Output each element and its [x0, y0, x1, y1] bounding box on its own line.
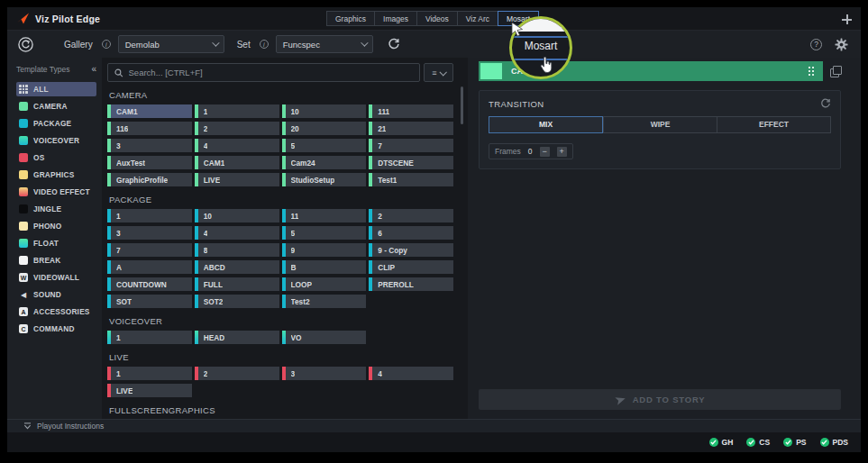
template-item[interactable]: LOOP [282, 277, 367, 291]
template-item[interactable]: PREROLL [369, 277, 453, 291]
sidebar-item-camera[interactable]: CAMERA [16, 99, 96, 113]
template-type-stripe [107, 277, 111, 291]
playout-instructions-bar[interactable]: Playout Instructions [7, 419, 861, 432]
set-select[interactable]: Funcspec [276, 35, 373, 53]
sidebar-item-voiceover[interactable]: VOICEOVER [16, 133, 96, 148]
refresh-icon[interactable] [388, 38, 400, 50]
template-item[interactable]: A [107, 260, 192, 274]
playout-instructions-label: Playout Instructions [37, 422, 104, 431]
template-item[interactable]: VO [282, 331, 367, 344]
sidebar-item-command[interactable]: CCOMMAND [16, 322, 96, 336]
template-item[interactable]: 7 [107, 243, 192, 257]
sidebar-item-sound[interactable]: ◀SOUND [16, 287, 96, 302]
template-item[interactable]: B [282, 260, 367, 274]
template-item[interactable]: 9 - Copy [369, 243, 453, 257]
template-type-stripe [282, 260, 286, 274]
template-item[interactable]: LIVE [195, 173, 279, 186]
template-grid-voiceover: 1HEADVO [107, 331, 453, 344]
sidebar-item-videowall[interactable]: WVIDEOWALL [16, 270, 96, 285]
template-item[interactable]: 4 [195, 139, 279, 152]
frames-decrement-button[interactable]: − [540, 147, 550, 157]
template-item[interactable]: 3 [107, 139, 192, 152]
sidebar-item-float[interactable]: FLOAT [16, 236, 96, 250]
template-item[interactable]: FULL [195, 277, 279, 291]
template-item[interactable]: 1 [195, 104, 279, 118]
template-item[interactable]: 5 [282, 226, 367, 240]
template-item[interactable]: 21 [369, 122, 453, 135]
template-item[interactable]: 20 [282, 122, 367, 135]
top-tab-images[interactable]: Images [374, 11, 416, 26]
sidebar-item-graphics[interactable]: GRAPHICS [16, 168, 96, 182]
template-item[interactable]: GraphicProfile [107, 173, 192, 186]
template-item[interactable]: 9 [282, 243, 367, 257]
transition-tab-wipe[interactable]: WIPE [603, 116, 717, 133]
template-item[interactable]: DTSCENE [369, 156, 453, 169]
template-item[interactable]: 2 [369, 209, 453, 222]
template-item[interactable]: Cam24 [282, 156, 367, 169]
template-item[interactable]: 10 [282, 104, 367, 118]
sidebar-item-break[interactable]: BREAK [16, 253, 96, 268]
sidebar-item-phono[interactable]: PHONO [16, 219, 96, 233]
sidebar-item-all[interactable]: ALL [16, 82, 96, 96]
add-to-story-button[interactable]: ADD TO STORY [479, 389, 841, 410]
template-item[interactable]: AuxTest [107, 156, 192, 169]
template-item[interactable]: SOT [107, 295, 192, 308]
reset-transition-icon[interactable] [820, 98, 831, 109]
template-item[interactable]: 1 [107, 209, 192, 222]
template-type-stripe [369, 209, 372, 222]
template-item[interactable]: 7 [369, 139, 453, 152]
template-item[interactable]: StudioSetup [282, 173, 367, 186]
template-item[interactable]: CAM1 [195, 156, 279, 169]
view-options-button[interactable]: ≡ [424, 63, 453, 82]
template-item[interactable]: ABCD [195, 260, 279, 274]
transition-tab-effect[interactable]: EFFECT [717, 116, 831, 133]
template-item[interactable]: Test1 [369, 173, 453, 186]
top-tab-graphics[interactable]: Graphics [326, 11, 374, 26]
top-tab-videos[interactable]: Videos [416, 11, 457, 26]
template-item[interactable]: SOT2 [195, 295, 279, 308]
template-type-stripe [195, 367, 198, 380]
sidebar-item-accessories[interactable]: AACCESSORIES [16, 304, 96, 319]
frames-increment-button[interactable]: + [557, 147, 567, 157]
top-tab-viz-arc[interactable]: Viz Arc [457, 11, 498, 26]
template-item[interactable]: 116 [107, 122, 192, 135]
template-item[interactable]: 111 [369, 104, 453, 118]
template-type-stripe [369, 260, 372, 274]
template-item[interactable]: 6 [369, 226, 453, 240]
template-item[interactable]: Test2 [282, 295, 367, 308]
gallery-select[interactable]: Demolab [118, 35, 224, 53]
template-item[interactable]: 1 [107, 367, 192, 380]
template-item[interactable]: 2 [195, 367, 279, 380]
transition-tab-mix[interactable]: MIX [489, 116, 603, 133]
template-item[interactable]: 1 [107, 331, 192, 344]
template-item[interactable]: 4 [369, 367, 453, 380]
search-input[interactable] [129, 68, 413, 77]
template-item[interactable]: 5 [282, 139, 367, 152]
scrollbar-thumb[interactable] [461, 86, 463, 124]
collapse-sidebar-icon[interactable]: « [91, 64, 96, 74]
sidebar-item-package[interactable]: PACKAGE [16, 116, 96, 131]
template-item[interactable]: CLIP [369, 260, 453, 274]
template-item[interactable]: CAM1 [107, 104, 192, 118]
template-item[interactable]: 2 [195, 122, 279, 135]
template-item[interactable]: LIVE [107, 384, 192, 397]
sidebar-item-video-effect[interactable]: VIDEO EFFECT [16, 185, 96, 199]
sidebar-item-os[interactable]: OS [16, 150, 96, 165]
template-item[interactable]: 10 [195, 209, 279, 222]
template-item[interactable]: HEAD [195, 331, 279, 344]
template-item[interactable]: COUNTDOWN [107, 277, 192, 291]
template-item-label: Test1 [378, 176, 397, 185]
status-check-icon [709, 438, 718, 447]
drag-grip-icon[interactable] [809, 67, 814, 76]
copy-icon[interactable] [830, 66, 841, 77]
template-item[interactable]: 3 [107, 226, 192, 240]
add-panel-icon[interactable] [842, 14, 852, 24]
gear-icon[interactable] [835, 38, 848, 51]
template-item[interactable]: 8 [195, 243, 279, 257]
help-icon[interactable]: ? [810, 39, 822, 50]
template-item[interactable]: 3 [282, 367, 367, 380]
sidebar-item-jingle[interactable]: JINGLE [16, 202, 96, 216]
template-types-sidebar: Template Types « ALLCAMERAPACKAGEVOICEOV… [7, 58, 102, 419]
template-item[interactable]: 4 [195, 226, 279, 240]
template-item[interactable]: 11 [282, 209, 367, 222]
